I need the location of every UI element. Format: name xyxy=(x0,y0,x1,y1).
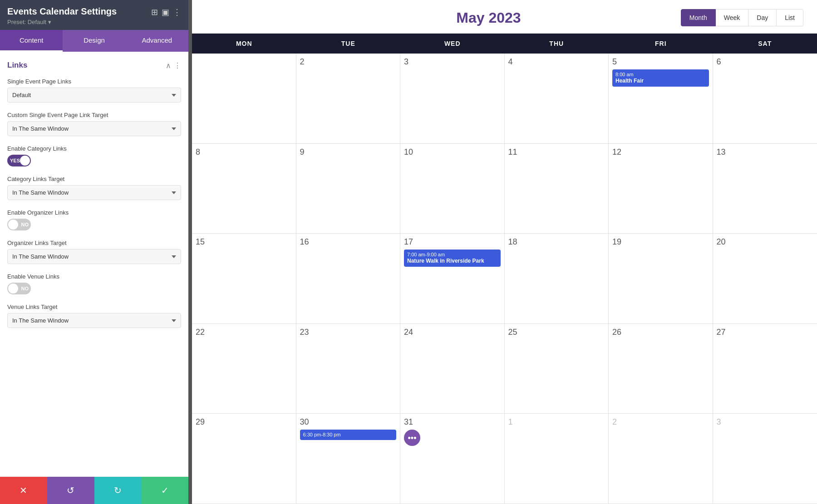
cell-jun-3: 3 xyxy=(713,414,817,504)
day-header-mon: MON xyxy=(192,34,296,54)
cell-date: 4 xyxy=(508,57,605,67)
cell-may-11: 11 xyxy=(505,144,609,234)
collapse-icon[interactable]: ∧ xyxy=(166,61,171,70)
cell-date: 27 xyxy=(717,328,814,337)
cell-date: 31 xyxy=(404,417,501,427)
scroll-indicator xyxy=(188,0,192,504)
view-day-button[interactable]: Day xyxy=(748,9,777,26)
settings-panel: Events Calendar Settings Preset: Default… xyxy=(0,0,188,504)
cell-date: 22 xyxy=(196,328,292,337)
layout-icon[interactable]: ▣ xyxy=(162,7,169,17)
cell-date: 17 xyxy=(404,237,501,247)
panel-body: Links ∧ ⋮ Single Event Page Links Defaul… xyxy=(0,52,188,477)
view-month-button[interactable]: Month xyxy=(681,9,716,26)
event-health-fair[interactable]: 8:00 am Health Fair xyxy=(612,69,709,87)
day-header-wed: WED xyxy=(400,34,505,54)
cell-date: 18 xyxy=(508,237,605,247)
more-events-button[interactable]: ••• xyxy=(404,430,420,446)
cell-date: 26 xyxy=(612,328,709,337)
cell-date: 29 xyxy=(196,417,292,427)
cell-date: 3 xyxy=(404,57,501,67)
cell-may-3: 3 xyxy=(400,54,505,143)
cell-jun-1: 1 xyxy=(505,414,609,504)
enable-venue-links-toggle-row: NO xyxy=(7,283,181,294)
undo-button[interactable]: ↺ xyxy=(47,477,94,504)
cell-may-6: 6 xyxy=(713,54,817,143)
cell-date: 13 xyxy=(717,147,814,157)
view-week-button[interactable]: Week xyxy=(716,9,749,26)
cell-may-12: 12 xyxy=(609,144,713,234)
event-name: Health Fair xyxy=(615,78,706,85)
event-time: 7:00 am-9:00 am xyxy=(407,251,497,258)
panel-tabs: Content Design Advanced xyxy=(0,30,188,52)
links-section-header: Links ∧ ⋮ xyxy=(7,61,181,70)
category-links-target-select[interactable]: In The Same Window In A New Window xyxy=(7,185,181,200)
save-button[interactable]: ✓ xyxy=(141,477,188,504)
panel-header-icons: ⊞ ▣ ⋮ xyxy=(151,6,181,17)
enable-category-links-toggle-row: YES xyxy=(7,155,181,166)
cell-date: 30 xyxy=(300,417,397,427)
calendar-view-buttons: Month Week Day List xyxy=(681,9,803,26)
section-header-icons: ∧ ⋮ xyxy=(166,61,181,70)
cell-date: 25 xyxy=(508,328,605,337)
single-event-page-links-group: Single Event Page Links Default Custom xyxy=(7,78,181,103)
day-header-fri: FRI xyxy=(609,34,713,54)
venue-links-target-select[interactable]: In The Same Window In A New Window xyxy=(7,313,181,328)
links-section-title: Links xyxy=(7,61,27,70)
enable-venue-links-toggle[interactable]: NO xyxy=(7,283,31,294)
panel-title: Events Calendar Settings xyxy=(7,6,151,17)
cell-date: 9 xyxy=(300,147,397,157)
calendar-week-1: 2 3 4 5 8:00 am Health Fair 6 xyxy=(192,54,817,144)
redo-button[interactable]: ↻ xyxy=(94,477,142,504)
cell-may-4: 4 xyxy=(505,54,609,143)
calendar-week-3: 15 16 17 7:00 am-9:00 am Nature Walk in … xyxy=(192,234,817,324)
section-more-icon[interactable]: ⋮ xyxy=(174,61,181,70)
more-icon[interactable]: ⋮ xyxy=(173,7,181,17)
enable-organizer-links-label: Enable Organizer Links xyxy=(7,209,181,216)
panel-preset: Preset: Default ▾ xyxy=(7,19,151,25)
enable-category-links-toggle[interactable]: YES xyxy=(7,155,31,166)
cell-jun-2: 2 xyxy=(609,414,713,504)
view-list-button[interactable]: List xyxy=(777,9,803,26)
calendar-title: May 2023 xyxy=(456,10,521,26)
event-time: 8:00 am xyxy=(615,71,706,78)
enable-venue-links-label: Enable Venue Links xyxy=(7,273,181,280)
day-header-tue: TUE xyxy=(296,34,401,54)
cell-may-13: 13 xyxy=(713,144,817,234)
cell-may-26: 26 xyxy=(609,324,713,414)
custom-single-event-link-target-select[interactable]: In The Same Window In A New Window xyxy=(7,121,181,136)
cell-date: 11 xyxy=(508,147,605,157)
cell-empty xyxy=(192,54,296,143)
event-630pm[interactable]: 6:30 pm-8:30 pm xyxy=(300,430,397,440)
cell-date: 19 xyxy=(612,237,709,247)
enable-organizer-links-toggle[interactable]: NO xyxy=(7,219,31,230)
cell-date: 10 xyxy=(404,147,501,157)
cell-may-5: 5 8:00 am Health Fair xyxy=(609,54,713,143)
cell-may-18: 18 xyxy=(505,234,609,323)
focus-icon[interactable]: ⊞ xyxy=(151,7,158,17)
cell-date: 20 xyxy=(717,237,814,247)
single-event-page-links-select[interactable]: Default Custom xyxy=(7,88,181,103)
organizer-links-target-select[interactable]: In The Same Window In A New Window xyxy=(7,249,181,264)
calendar-week-2: 8 9 10 11 12 13 xyxy=(192,144,817,234)
enable-venue-links-group: Enable Venue Links NO xyxy=(7,273,181,294)
panel-header: Events Calendar Settings Preset: Default… xyxy=(0,0,188,30)
cell-may-8: 8 xyxy=(192,144,296,234)
cell-date: 3 xyxy=(717,417,814,427)
cancel-button[interactable]: ✕ xyxy=(0,477,47,504)
enable-organizer-links-group: Enable Organizer Links NO xyxy=(7,209,181,230)
cell-may-24: 24 xyxy=(400,324,505,414)
cell-may-15: 15 xyxy=(192,234,296,323)
event-name: Nature Walk in Riverside Park xyxy=(407,258,497,265)
custom-single-event-link-target-label: Custom Single Event Page Link Target xyxy=(7,112,181,118)
tab-design[interactable]: Design xyxy=(63,30,125,52)
event-nature-walk[interactable]: 7:00 am-9:00 am Nature Walk in Riverside… xyxy=(404,250,501,267)
tab-advanced[interactable]: Advanced xyxy=(126,30,188,52)
day-header-thu: THU xyxy=(505,34,609,54)
event-time: 6:30 pm-8:30 pm xyxy=(303,431,394,438)
cell-date: 2 xyxy=(612,417,709,427)
venue-links-target-label: Venue Links Target xyxy=(7,303,181,310)
cell-date: 5 xyxy=(612,57,709,67)
cell-may-17: 17 7:00 am-9:00 am Nature Walk in Rivers… xyxy=(400,234,505,323)
tab-content[interactable]: Content xyxy=(0,30,63,52)
